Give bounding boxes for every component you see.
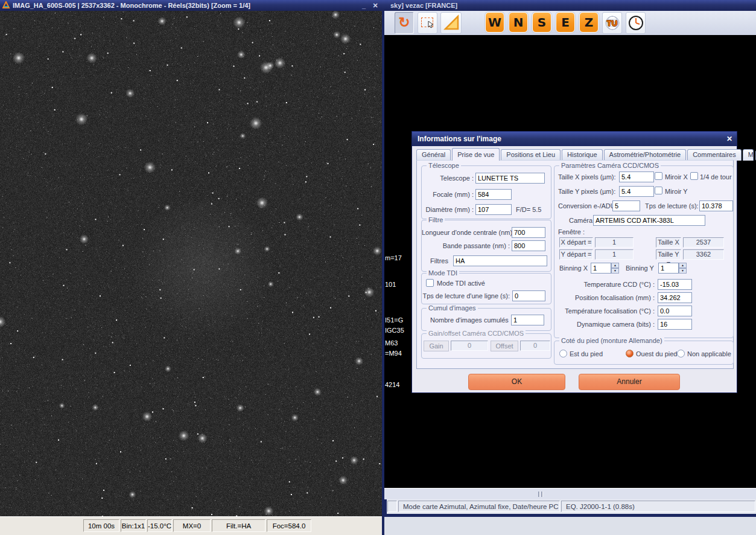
temp-ccd-input[interactable] <box>658 279 692 290</box>
est-du-pied-radio[interactable] <box>559 350 567 357</box>
compass-south-button[interactable]: S <box>532 12 551 33</box>
image-statusbar: 10m 00s Bin:1x1 -15.0°C MX=0 MY=0 Filt.=… <box>0 516 382 535</box>
app-icon <box>2 1 10 9</box>
miroir-x-checkbox[interactable] <box>655 172 662 180</box>
focale-input[interactable] <box>475 189 512 200</box>
offset-value: 0 <box>520 341 550 351</box>
tps-ligne-input[interactable] <box>512 290 545 301</box>
status-map-mode: Mode carte Azimutal, Azimutal fixe, Date… <box>398 501 560 512</box>
tab-general[interactable]: Général <box>416 149 451 161</box>
miroir-y-label: Miroir Y <box>665 188 688 195</box>
measure-button[interactable] <box>440 12 462 34</box>
select-region-button[interactable] <box>418 12 437 34</box>
clock-icon <box>627 14 644 31</box>
status-focal: Foc=584.0 mm <box>267 519 311 532</box>
binning-x-stepper[interactable]: ▲ ▼ <box>591 263 619 274</box>
gain-label: Gain <box>424 341 449 351</box>
tab-positions-et-lieu[interactable]: Positions et Lieu <box>501 149 561 161</box>
fenetre-label: Fenêtre : <box>558 228 585 235</box>
telescope-label: Telescope : <box>423 175 474 182</box>
splitter-grip-icon <box>541 492 543 497</box>
miroir-y-checkbox[interactable] <box>655 187 662 194</box>
diametre-input[interactable] <box>475 204 512 215</box>
map-label: 4214 <box>385 381 399 388</box>
temp-focalisation-input[interactable] <box>658 306 692 316</box>
filtres-input[interactable] <box>453 255 547 266</box>
close-icon[interactable]: ✕ <box>370 0 380 11</box>
ouest-du-pied-label: Ouest du pied <box>636 350 678 357</box>
status-equinox: EQ. J2000-1-1 (0.88s) <box>561 501 755 512</box>
miroir-x-label: Miroir X <box>665 173 688 181</box>
bottom-panel <box>384 517 756 535</box>
pos-focalisation-label: Position focalisation (mm) : <box>554 294 655 301</box>
telescope-group: Télescope Telescope : Focale (mm) : Diam… <box>421 165 551 219</box>
spinner-up-icon[interactable]: ▲ <box>679 263 687 268</box>
telescope-input[interactable] <box>475 173 545 184</box>
image-window-titlebar: IMAG_HA_600S-005 | 2537x3362 - Monochrom… <box>0 0 382 11</box>
camera-input[interactable] <box>593 215 705 226</box>
tdi-checkbox[interactable] <box>426 279 434 287</box>
starfield-image[interactable] <box>0 11 382 516</box>
dynamique-input[interactable] <box>658 319 692 330</box>
sky-window-title: sky] vezac [FRANCE] <box>390 0 457 11</box>
filtre-legend: Filtre <box>427 216 445 223</box>
tps-lecture-input[interactable] <box>699 200 733 211</box>
conversion-input[interactable] <box>612 200 640 211</box>
status-filter: Filt.=HA <box>212 519 265 532</box>
clock-button[interactable] <box>626 12 646 34</box>
taille-y-eq-label: Taille Y = <box>656 249 681 260</box>
splitter-grip-icon <box>538 492 540 497</box>
cancel-button[interactable]: Annuler <box>579 374 680 390</box>
pos-focalisation-input[interactable] <box>658 292 692 303</box>
tab-prise-de-vue[interactable]: Prise de vue <box>452 148 500 161</box>
tab-commentaires[interactable]: Commentaires <box>687 149 742 161</box>
dialog-close-icon[interactable]: ✕ <box>726 132 732 146</box>
longueur-onde-input[interactable] <box>512 227 545 238</box>
filtre-group: Filtre Longueur d'onde centrale (nm) : B… <box>421 220 551 272</box>
tps-ligne-label: Tps de lecture d'une ligne (s): <box>422 292 510 300</box>
status-mouse-coords: MX=0 MY=0 <box>173 519 211 532</box>
dialog-title: Informations sur l'image <box>412 135 501 143</box>
spinner-up-icon[interactable]: ▲ <box>611 263 619 268</box>
quart-tour-label: 1/4 de tour <box>700 173 732 181</box>
compass-west-button[interactable]: W <box>485 12 504 33</box>
bande-passante-label: Bande passante (nm) : <box>422 242 510 249</box>
gain-offset-legend: Gain/offset Caméra CCD/CMOS <box>427 330 526 337</box>
x-depart-value: 1 <box>595 237 634 248</box>
non-applicable-radio[interactable] <box>677 350 685 357</box>
map-label: 101 <box>385 281 396 288</box>
tab-meteo[interactable]: Météo <box>743 149 754 161</box>
tab-historique[interactable]: Historique <box>562 149 603 161</box>
rotate-button[interactable]: ↻ <box>395 12 414 34</box>
dialog-tabs: Général Prise de vue Positions et Lieu H… <box>416 148 734 161</box>
ok-button[interactable]: OK <box>468 374 565 390</box>
status-exposure: 10m 00s <box>83 519 119 532</box>
spinner-down-icon[interactable]: ▼ <box>611 268 619 274</box>
status-blank <box>387 501 397 512</box>
pied-group: Coté du pied (monture Allemande) Est du … <box>554 341 734 365</box>
nombre-images-input[interactable] <box>511 315 544 325</box>
minimize-icon[interactable]: _ <box>359 0 369 11</box>
tab-astrometrie[interactable]: Astrométrie/Photométrie <box>604 149 687 161</box>
tu-button[interactable]: TU <box>602 12 622 34</box>
taille-x-eq-label: Taille X = <box>656 237 681 248</box>
taille-x-input[interactable] <box>619 171 654 182</box>
binning-x-input[interactable] <box>591 263 611 274</box>
tab-page: Télescope Telescope : Focale (mm) : Diam… <box>416 160 734 369</box>
taille-y-eq-value: 3362 <box>683 249 724 260</box>
compass-north-button[interactable]: N <box>509 12 528 33</box>
binning-y-input[interactable] <box>658 263 679 274</box>
compass-zenith-button[interactable]: Z <box>579 12 599 33</box>
compass-east-button[interactable]: E <box>556 12 575 33</box>
ouest-du-pied-radio[interactable] <box>626 350 634 357</box>
spinner-down-icon[interactable]: ▼ <box>679 268 687 274</box>
taille-y-input[interactable] <box>619 186 654 197</box>
binning-y-stepper[interactable]: ▲ ▼ <box>658 263 687 274</box>
quart-tour-checkbox[interactable] <box>690 172 698 180</box>
pied-legend: Coté du pied (monture Allemande) <box>559 337 664 344</box>
map-splitter[interactable] <box>384 488 756 499</box>
tps-lecture-label: Tps de lecture (s): <box>645 202 699 210</box>
cumul-group: Cumul d'images Nombre d'images cumulés <box>421 308 551 331</box>
bande-passante-input[interactable] <box>512 240 545 251</box>
map-label: IGC35 <box>385 327 404 334</box>
